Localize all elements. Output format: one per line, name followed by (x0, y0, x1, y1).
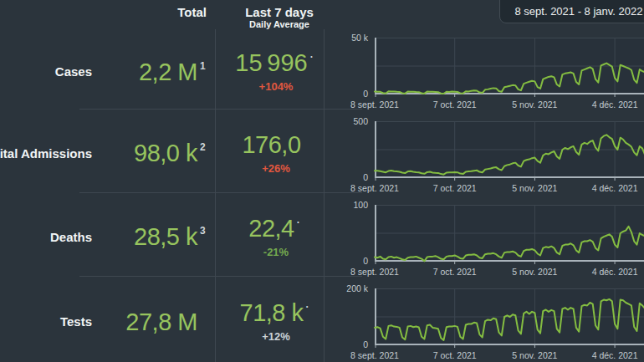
daily-average-value: 176,0 (242, 132, 300, 157)
hospital-admissions-line-chart[interactable] (375, 121, 644, 178)
x-axis-labels: 8 sept. 20217 oct. 20215 nov. 20214 déc.… (351, 183, 644, 195)
footnote-marker: 2 (200, 142, 207, 152)
footnote-marker: · (306, 302, 313, 312)
y-axis-zero-label: 0 (346, 339, 368, 349)
x-axis-tick-label: 8 sept. 2021 (350, 183, 399, 193)
y-axis-max-label: 500 (346, 116, 368, 126)
y-axis-zero-label: 0 (346, 89, 368, 99)
date-range-label: 8 sept. 2021 - 8 janv. 2022 (515, 5, 643, 18)
table-row-hospital-admissions: Hospital Admissions 98,0 k2 176,0 +26% (0, 109, 368, 192)
row-label: Tests (60, 314, 92, 329)
x-axis-tick-label: 7 oct. 2021 (433, 99, 477, 110)
covid-stats-dashboard: Total Last 7 days Daily Average 8 sept. … (0, 0, 644, 362)
footnote-marker: 1 (200, 61, 207, 71)
x-axis-tick-label: 5 nov. 2021 (512, 267, 557, 277)
row-label: Hospital Admissions (0, 146, 92, 161)
x-axis-tick-label: 7 oct. 2021 (433, 183, 477, 193)
x-axis-tick-label: 5 nov. 2021 (512, 350, 557, 360)
change-percent: +12% (262, 330, 290, 343)
total-value: 2,2 M (139, 59, 197, 84)
x-axis-labels: 8 sept. 20217 oct. 20215 nov. 20214 déc.… (351, 267, 644, 278)
total-cell: 27,8 M (96, 276, 207, 362)
daily-average-value: 22,4 (248, 216, 294, 241)
deaths-line-chart[interactable] (375, 205, 644, 262)
daily-average-value: 71,8 k (240, 300, 304, 325)
column-header-total: Total (96, 5, 223, 19)
total-cell: 98,0 k2 (96, 109, 207, 192)
hospital-admissions-sparkline: 500 0 8 sept. 20217 oct. 20215 nov. 2021… (351, 121, 644, 205)
cases-sparkline: 50 k 0 8 sept. 20217 oct. 20215 nov. 202… (351, 38, 644, 121)
x-axis-tick-label: 7 oct. 2021 (433, 267, 477, 277)
daily-average-cell: 176,0 +26% (219, 109, 333, 192)
x-axis-tick-label: 4 déc. 2021 (592, 350, 638, 360)
row-label: Cases (55, 64, 92, 79)
footnote-marker: 3 (200, 226, 207, 236)
y-axis-max-label: 50 k (346, 33, 368, 43)
row-label-cell: Tests (0, 276, 92, 362)
deaths-sparkline: 100 0 8 sept. 20217 oct. 20215 nov. 2021… (351, 205, 644, 288)
x-axis-tick-label: 4 déc. 2021 (592, 183, 638, 193)
tests-line-chart[interactable] (375, 288, 644, 345)
daily-average-value: 15 996 (235, 50, 307, 75)
total-value: 98,0 k (134, 140, 197, 166)
column-header-last7days: Last 7 days (222, 5, 336, 19)
row-label-cell: Cases (0, 29, 92, 109)
x-axis-labels: 8 sept. 20217 oct. 20215 nov. 20214 déc.… (351, 99, 644, 111)
cases-line-chart[interactable] (375, 38, 644, 94)
x-axis-tick-label: 4 déc. 2021 (592, 99, 638, 110)
x-axis-labels: 8 sept. 20217 oct. 20215 nov. 20214 déc.… (351, 350, 644, 362)
row-label: Deaths (50, 230, 92, 244)
tests-sparkline: 200 k 0 8 sept. 20217 oct. 20215 nov. 20… (351, 288, 644, 362)
x-axis-tick-label: 5 nov. 2021 (512, 99, 557, 110)
x-axis-tick-label: 7 oct. 2021 (433, 350, 477, 360)
y-axis-max-label: 200 k (346, 283, 368, 293)
total-cell: 28,5 k3 (96, 192, 207, 276)
table-row-cases: Cases 2,2 M1 15 996· +104% (0, 29, 368, 109)
daily-average-cell: 22,4· -21% (219, 192, 333, 276)
total-value: 28,5 k (134, 224, 197, 249)
x-axis-tick-label: 8 sept. 2021 (350, 267, 399, 277)
row-label-cell: Hospital Admissions (0, 109, 92, 192)
x-axis-tick-label: 5 nov. 2021 (512, 183, 557, 193)
change-percent: +104% (259, 80, 294, 93)
y-axis-zero-label: 0 (346, 256, 368, 266)
x-axis-tick-label: 8 sept. 2021 (350, 350, 399, 360)
y-axis-max-label: 100 (346, 200, 368, 210)
column-header-daily-average: Daily Average (222, 19, 336, 29)
date-range-selector[interactable]: 8 sept. 2021 - 8 janv. 2022 (499, 0, 644, 23)
total-cell: 2,2 M1 (96, 29, 207, 109)
footnote-marker: · (297, 217, 304, 227)
x-axis-tick-label: 4 déc. 2021 (592, 267, 638, 277)
table-row-deaths: Deaths 28,5 k3 22,4· -21% (0, 192, 368, 276)
change-percent: -21% (263, 246, 289, 258)
total-value: 27,8 M (125, 309, 197, 334)
footnote-marker: · (310, 52, 317, 62)
daily-average-cell: 15 996· +104% (219, 29, 333, 109)
daily-average-cell: 71,8 k· +12% (219, 276, 333, 362)
change-percent: +26% (262, 162, 290, 175)
row-label-cell: Deaths (0, 192, 92, 276)
table-row-tests: Tests 27,8 M 71,8 k· +12% (0, 276, 368, 362)
x-axis-tick-label: 8 sept. 2021 (350, 99, 399, 110)
y-axis-zero-label: 0 (346, 172, 368, 182)
